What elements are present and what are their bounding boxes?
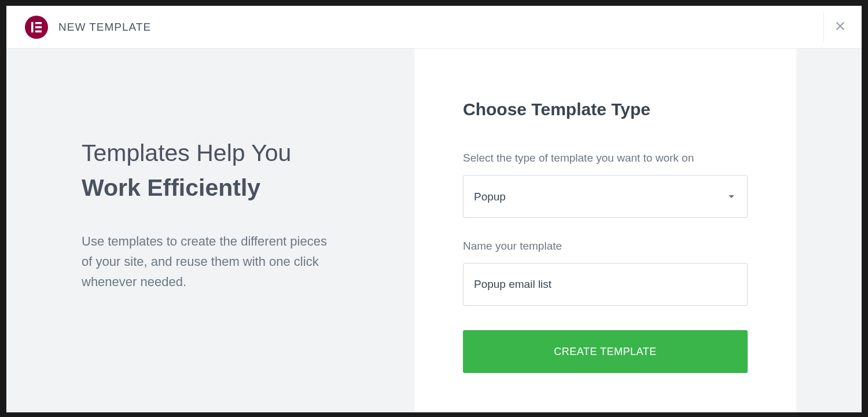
svg-rect-1	[35, 22, 42, 24]
close-icon	[834, 20, 847, 35]
template-type-group: Select the type of template you want to …	[463, 152, 748, 218]
form-panel: Choose Template Type Select the type of …	[414, 49, 796, 412]
elementor-logo-icon	[25, 16, 48, 39]
info-heading-line1: Templates Help You	[82, 137, 385, 170]
template-type-select-wrapper: Popup	[463, 175, 748, 218]
template-type-label: Select the type of template you want to …	[463, 152, 748, 164]
create-template-button[interactable]: CREATE TEMPLATE	[463, 330, 748, 373]
template-type-select[interactable]: Popup	[463, 175, 748, 218]
info-panel: Templates Help You Work Efficiently Use …	[6, 49, 414, 412]
modal-title: NEW TEMPLATE	[58, 21, 151, 34]
svg-rect-2	[35, 26, 42, 28]
close-button[interactable]	[823, 13, 844, 42]
form-title: Choose Template Type	[463, 100, 748, 119]
modal-body: Templates Help You Work Efficiently Use …	[6, 49, 862, 412]
modal-header: NEW TEMPLATE	[6, 6, 862, 49]
template-name-label: Name your template	[463, 240, 748, 253]
svg-rect-0	[31, 22, 34, 32]
info-description: Use templates to create the different pi…	[82, 231, 330, 292]
new-template-modal: NEW TEMPLATE Templates Help You Work Eff…	[6, 6, 862, 412]
info-heading-line2: Work Efficiently	[82, 170, 385, 207]
template-name-group: Name your template	[463, 240, 748, 306]
svg-rect-3	[35, 30, 42, 32]
template-name-input[interactable]	[463, 263, 748, 306]
